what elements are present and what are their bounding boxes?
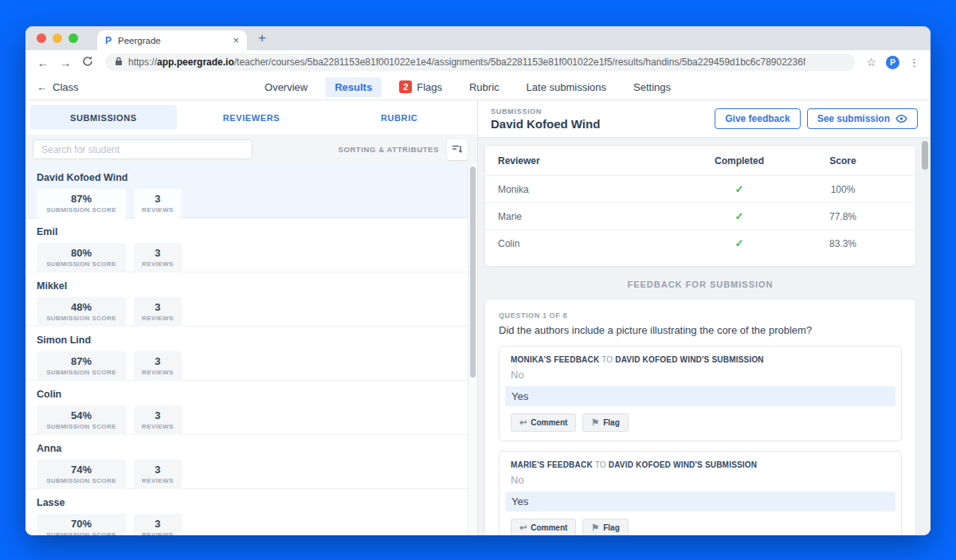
completed-check-icon: ✓: [695, 183, 783, 195]
student-row-lasse[interactable]: Lasse 70% SUBMISSION SCORE 3 REVIEWS: [25, 489, 477, 535]
student-list: David Kofoed Wind 87% SUBMISSION SCORE 3…: [25, 164, 477, 535]
students-scrollbar-thumb[interactable]: [470, 166, 476, 378]
submission-score-chip: 70% SUBMISSION SCORE: [37, 514, 126, 535]
flag-icon: ⚑: [591, 417, 599, 428]
tab-submissions[interactable]: SUBMISSIONS: [30, 105, 177, 130]
assignment-nav-bar: ← Class Overview Results 2 Flags Rubric …: [25, 74, 931, 100]
feedback-box-monika: MONIKA'S FEEDBACK TO DAVID KOFOED WIND'S…: [499, 346, 902, 441]
fullscreen-window-button[interactable]: [69, 33, 78, 43]
completed-check-icon: ✓: [695, 210, 783, 222]
submission-score-chip: 80% SUBMISSION SCORE: [37, 243, 126, 272]
submission-score-chip: 87% SUBMISSION SCORE: [37, 351, 126, 381]
submission-scrollbar-thumb[interactable]: [922, 141, 928, 170]
student-name: David Kofoed Wind: [37, 172, 466, 183]
reviews-chip: 3 REVIEWS: [134, 460, 182, 489]
assignment-nav-items: Overview Results 2 Flags Rubric Late sub…: [255, 76, 680, 97]
students-scrollbar[interactable]: [468, 164, 477, 535]
student-name: Emil: [37, 226, 466, 237]
search-input[interactable]: [33, 139, 253, 159]
reviews-chip: 3 REVIEWS: [134, 405, 182, 435]
back-to-class-link[interactable]: ← Class: [37, 81, 79, 93]
submission-score-chip: 54% SUBMISSION SCORE: [37, 405, 126, 435]
browser-window: P Peergrade × + ← → https://app.peergrad…: [25, 26, 931, 535]
reviewer-row-marie[interactable]: Marie ✓ 77.8%: [485, 203, 915, 230]
flag-button[interactable]: ⚑ Flag: [582, 413, 628, 432]
reviewer-row-monika[interactable]: Monika ✓ 100%: [485, 176, 915, 203]
nav-item-results[interactable]: Results: [325, 77, 382, 97]
answer-option-yes-selected: Yes: [505, 386, 895, 406]
sorting-attributes-label: SORTING & ATTRIBUTES: [338, 145, 439, 154]
student-name: Anna: [37, 443, 466, 454]
submission-score-chip: 74% SUBMISSION SCORE: [37, 460, 126, 489]
students-panel: SUBMISSIONS REVIEWERS RUBRIC SORTING & A…: [25, 100, 478, 535]
url-domain: app.peergrade.io: [157, 57, 234, 68]
tab-close-icon[interactable]: ×: [233, 35, 239, 45]
sorting-button[interactable]: [447, 139, 468, 160]
tab-reviewers[interactable]: REVIEWERS: [178, 105, 325, 130]
submission-kicker: SUBMISSION: [491, 108, 600, 116]
student-name: Lasse: [37, 497, 466, 508]
give-feedback-button[interactable]: Give feedback: [715, 108, 800, 129]
panel-tabs: SUBMISSIONS REVIEWERS RUBRIC: [25, 100, 477, 135]
student-name: Mikkel: [37, 280, 466, 292]
answer-option-no: No: [500, 364, 901, 386]
browser-tab-strip: P Peergrade × +: [25, 26, 931, 50]
lock-icon: [115, 57, 123, 69]
browser-tab[interactable]: P Peergrade ×: [97, 30, 247, 50]
search-row: SORTING & ATTRIBUTES: [25, 135, 477, 164]
back-to-class-label: Class: [53, 81, 79, 93]
url-scheme: https://: [128, 57, 157, 68]
feedback-section-label: FEEDBACK FOR SUBMISSION: [484, 280, 916, 289]
answer-option-yes-selected: Yes: [505, 491, 895, 511]
student-row-colin[interactable]: Colin 54% SUBMISSION SCORE 3 REVIEWS: [25, 381, 477, 435]
flag-icon: ⚑: [591, 523, 599, 533]
comment-reply-icon: ↩: [519, 417, 527, 428]
back-arrow-icon: ←: [37, 81, 47, 93]
nav-item-settings[interactable]: Settings: [624, 77, 680, 97]
profile-avatar[interactable]: P: [886, 56, 899, 69]
student-row-anna[interactable]: Anna 74% SUBMISSION SCORE 3 REVIEWS: [25, 435, 477, 489]
student-row-emil[interactable]: Emil 80% SUBMISSION SCORE 3 REVIEWS: [25, 218, 477, 272]
student-row-simon[interactable]: Simon Lind 87% SUBMISSION SCORE 3 REVIEW…: [25, 327, 477, 381]
browser-toolbar: ← → https://app.peergrade.io/teacher/cou…: [25, 50, 931, 74]
submission-student-name: David Kofoed Wind: [491, 117, 600, 131]
reviewer-row-colin[interactable]: Colin ✓ 83.3%: [485, 230, 915, 257]
submission-score-chip: 87% SUBMISSION SCORE: [37, 189, 126, 218]
reviews-chip: 3 REVIEWS: [134, 189, 182, 218]
submission-score-chip: 48% SUBMISSION SCORE: [37, 297, 126, 327]
student-row-mikkel[interactable]: Mikkel 48% SUBMISSION SCORE 3 REVIEWS: [25, 272, 477, 327]
flag-button[interactable]: ⚑ Flag: [582, 519, 628, 535]
submission-header: SUBMISSION David Kofoed Wind Give feedba…: [478, 100, 931, 138]
browser-menu-icon[interactable]: ⋮: [909, 57, 919, 69]
nav-item-late-submissions[interactable]: Late submissions: [517, 77, 616, 97]
main-content: SUBMISSIONS REVIEWERS RUBRIC SORTING & A…: [25, 100, 931, 535]
reviewer-table-header: Reviewer Completed Score: [485, 146, 915, 176]
student-name: Colin: [37, 389, 466, 400]
bookmark-star-icon[interactable]: ☆: [866, 56, 876, 69]
reviews-chip: 3 REVIEWS: [134, 514, 182, 535]
student-row-david[interactable]: David Kofoed Wind 87% SUBMISSION SCORE 3…: [25, 164, 477, 218]
comment-button[interactable]: ↩ Comment: [511, 413, 576, 432]
submission-detail-area: Reviewer Completed Score Monika ✓ 100% M…: [478, 138, 931, 535]
flags-count-badge: 2: [399, 80, 412, 93]
question-kicker: QUESTION 1 OF 8: [499, 311, 902, 319]
reload-icon[interactable]: [78, 56, 97, 69]
question-text: Did the authors include a picture illust…: [499, 324, 902, 336]
close-window-button[interactable]: [37, 33, 46, 43]
comment-reply-icon: ↩: [519, 523, 527, 533]
see-submission-button[interactable]: See submission: [807, 108, 918, 129]
minimize-window-button[interactable]: [53, 33, 62, 43]
completed-check-icon: ✓: [695, 237, 783, 249]
comment-button[interactable]: ↩ Comment: [511, 519, 576, 535]
new-tab-button[interactable]: +: [258, 30, 266, 46]
feedback-box-marie: MARIE'S FEEDBACK TO DAVID KOFOED WIND'S …: [499, 451, 902, 535]
nav-item-rubric[interactable]: Rubric: [460, 77, 509, 97]
nav-item-flags-label: Flags: [417, 81, 442, 93]
nav-item-overview[interactable]: Overview: [255, 77, 317, 97]
forward-icon[interactable]: →: [56, 57, 75, 69]
back-icon[interactable]: ←: [33, 57, 53, 69]
tab-rubric[interactable]: RUBRIC: [326, 105, 472, 130]
url-bar[interactable]: https://app.peergrade.io/teacher/courses…: [105, 53, 855, 71]
nav-item-flags[interactable]: 2 Flags: [390, 76, 452, 97]
tab-title: Peergrade: [118, 36, 226, 45]
